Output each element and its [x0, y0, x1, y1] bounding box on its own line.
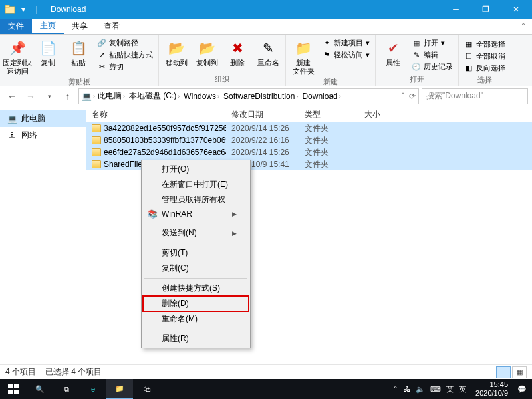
network-icon: 🖧: [7, 130, 17, 141]
newfolder-button[interactable]: 📁新建 文件夹: [289, 36, 318, 76]
menu-separator: [144, 329, 247, 329]
column-headers[interactable]: 名称 修改日期 类型 大小: [86, 106, 532, 122]
rename-button[interactable]: ✎重命名: [253, 36, 283, 67]
forward-button[interactable]: →: [23, 88, 39, 104]
sidebar-item-thispc[interactable]: 💻此电脑: [0, 110, 86, 127]
tray-volume-icon[interactable]: 🔈: [416, 385, 425, 394]
tray-notifications-icon[interactable]: 💬: [517, 385, 527, 394]
search-button[interactable]: 🔍: [27, 379, 53, 399]
copy-path-button[interactable]: 🔗复制路径: [94, 37, 156, 49]
properties-button[interactable]: ✔属性: [378, 36, 408, 67]
view-details[interactable]: ☰: [496, 366, 511, 378]
nav-sidebar: 💻此电脑 🖧网络: [0, 106, 86, 364]
svg-rect-2: [8, 384, 13, 388]
tab-home[interactable]: 主页: [32, 19, 64, 34]
ctx-sendto[interactable]: 发送到(N)▶: [143, 225, 249, 241]
nav-bar: ← → ▾ ↑ 💻 › 此电脑› 本地磁盘 (C:)› Windows› Sof…: [0, 86, 532, 106]
copyto-button[interactable]: 📂复制到: [192, 36, 221, 67]
minimize-button[interactable]: ─: [441, 0, 471, 19]
folder-icon: [92, 124, 101, 132]
tray-clock[interactable]: 15:452020/10/9: [471, 380, 512, 397]
invert-button[interactable]: ◧反向选择: [462, 63, 508, 74]
context-menu: 打开(O) 在新窗口中打开(E) 管理员取得所有权 📚WinRAR▶ 发送到(N…: [141, 160, 251, 348]
group-new: 新建: [286, 77, 375, 88]
back-button[interactable]: ←: [4, 88, 20, 104]
tray-ime[interactable]: ⌨: [430, 385, 441, 394]
open-icon: ▦: [412, 39, 421, 48]
qat-separator: |: [31, 3, 43, 15]
ctx-delete[interactable]: 删除(D): [143, 296, 249, 311]
ctx-copy[interactable]: 复制(C): [143, 261, 249, 276]
ctx-open[interactable]: 打开(O): [143, 162, 249, 177]
scissors-icon: ✂: [97, 63, 106, 72]
qat-item[interactable]: ▾: [17, 3, 29, 15]
easyaccess-icon: ⚑: [322, 51, 331, 60]
ribbon-tabs: 文件 主页 共享 查看 ˄: [0, 19, 532, 35]
maximize-button[interactable]: ❐: [471, 0, 501, 19]
delete-button[interactable]: ✖删除: [223, 36, 252, 67]
pin-button[interactable]: 📌固定到快 速访问: [3, 36, 32, 76]
col-type[interactable]: 类型: [299, 106, 359, 122]
tray-ime-lang1[interactable]: 英: [446, 384, 454, 394]
start-button[interactable]: [0, 379, 27, 399]
ctx-properties[interactable]: 属性(R): [143, 331, 249, 346]
view-icons[interactable]: ▦: [512, 366, 527, 378]
edit-button[interactable]: ✎编辑: [409, 49, 456, 61]
open-button[interactable]: ▦打开 ▾: [409, 37, 456, 49]
copyto-icon: 📂: [198, 39, 216, 57]
ribbon: 📌固定到快 速访问 📄复制 📋粘贴 🔗复制路径 ↗粘贴快捷方式 ✂剪切 剪贴板 …: [0, 35, 532, 86]
crumb[interactable]: Windows›: [182, 92, 221, 101]
close-button[interactable]: ✕: [501, 0, 531, 19]
col-name[interactable]: 名称: [86, 106, 226, 122]
table-row[interactable]: 3a422082ed1e550f957dc5f9172568622020/9/1…: [86, 122, 532, 134]
crumb[interactable]: SoftwareDistribution›: [222, 92, 299, 101]
moveto-button[interactable]: 📂移动到: [162, 36, 191, 67]
crumb[interactable]: Download›: [301, 92, 342, 101]
cut-button[interactable]: ✂剪切: [94, 61, 156, 72]
paste-button[interactable]: 📋粘贴: [64, 36, 93, 67]
tray-network-icon[interactable]: 🖧: [403, 385, 410, 393]
dropdown-icon[interactable]: ˅: [401, 92, 405, 101]
tab-file[interactable]: 文件: [0, 19, 32, 34]
edge-button[interactable]: e: [80, 379, 106, 399]
table-row[interactable]: ee6fde27a52d946d1d636576eac649692020/9/1…: [86, 146, 532, 158]
tab-view[interactable]: 查看: [96, 19, 128, 34]
ctx-rename[interactable]: 重命名(M): [143, 311, 249, 327]
sidebar-item-network[interactable]: 🖧网络: [0, 127, 86, 144]
crumb[interactable]: 此电脑›: [96, 90, 126, 102]
newfolder-icon: 📁: [294, 39, 313, 57]
taskview-button[interactable]: ⧉: [53, 379, 80, 399]
selectnone-button[interactable]: ☐全部取消: [462, 51, 508, 62]
crumb[interactable]: 本地磁盘 (C:)›: [128, 90, 181, 102]
col-date[interactable]: 修改日期: [226, 106, 299, 122]
selectall-button[interactable]: ▦全部选择: [462, 39, 508, 50]
window-title: Download: [51, 5, 86, 14]
svg-rect-3: [14, 384, 19, 388]
newitem-button[interactable]: ✦新建项目 ▾: [319, 37, 372, 49]
col-size[interactable]: 大小: [359, 106, 406, 122]
ctx-open-new[interactable]: 在新窗口中打开(E): [143, 177, 249, 192]
ribbon-collapse[interactable]: ˄: [515, 19, 532, 34]
edit-icon: ✎: [412, 51, 421, 60]
table-row[interactable]: 858050183b53339ffbf313770eb069db2020/9/2…: [86, 134, 532, 146]
easyaccess-button[interactable]: ⚑轻松访问 ▾: [319, 49, 372, 61]
explorer-button[interactable]: 📁: [106, 379, 133, 399]
menu-separator: [144, 243, 247, 243]
up-button[interactable]: ↑: [60, 88, 76, 104]
store-button[interactable]: 🛍: [133, 379, 160, 399]
refresh-icon[interactable]: ⟳: [409, 92, 416, 101]
copy-button[interactable]: 📄复制: [33, 36, 63, 67]
paste-shortcut-button[interactable]: ↗粘贴快捷方式: [94, 49, 156, 61]
address-bar[interactable]: 💻 › 此电脑› 本地磁盘 (C:)› Windows› SoftwareDis…: [78, 88, 419, 104]
ctx-cut[interactable]: 剪切(T): [143, 245, 249, 261]
tray-ime-lang2[interactable]: 英: [459, 384, 466, 394]
recent-button[interactable]: ▾: [41, 88, 57, 104]
ctx-shortcut[interactable]: 创建快捷方式(S): [143, 281, 249, 296]
history-button[interactable]: 🕘历史记录: [409, 61, 456, 72]
ctx-admin[interactable]: 管理员取得所有权: [143, 192, 249, 207]
newitem-icon: ✦: [322, 39, 331, 48]
ctx-winrar[interactable]: 📚WinRAR▶: [143, 207, 249, 221]
tab-share[interactable]: 共享: [64, 19, 96, 34]
tray-chevron[interactable]: ˄: [394, 385, 398, 394]
search-input[interactable]: 搜索"Download": [422, 88, 528, 104]
